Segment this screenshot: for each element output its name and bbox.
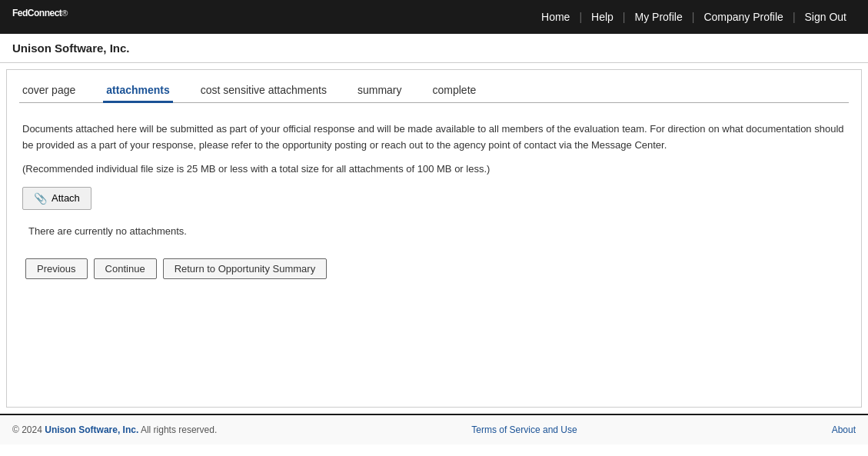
- nav-home[interactable]: Home: [532, 11, 579, 23]
- footer: © 2024 Unison Software, Inc. All rights …: [0, 414, 868, 444]
- tab-summary[interactable]: summary: [354, 79, 405, 103]
- tab-complete[interactable]: complete: [430, 79, 480, 103]
- nav-company-profile[interactable]: Company Profile: [694, 11, 793, 23]
- tab-cost-sensitive-attachments[interactable]: cost sensitive attachments: [198, 79, 330, 103]
- nav-sign-out[interactable]: Sign Out: [796, 11, 856, 23]
- footer-terms: Terms of Service and Use: [471, 424, 577, 435]
- continue-button[interactable]: Continue: [94, 258, 157, 279]
- tab-attachments[interactable]: attachments: [103, 79, 172, 103]
- terms-of-service-link[interactable]: Terms of Service and Use: [471, 424, 577, 435]
- logo-text: FedConnect: [12, 8, 62, 18]
- nav-help[interactable]: Help: [582, 11, 623, 23]
- footer-company-link[interactable]: Unison Software, Inc.: [45, 424, 138, 435]
- attach-button[interactable]: 📎 Attach: [22, 187, 91, 210]
- bottom-nav: Previous Continue Return to Opportunity …: [19, 246, 849, 285]
- header: FedConnect® Home | Help | My Profile | C…: [0, 0, 868, 34]
- paperclip-icon: 📎: [34, 192, 47, 205]
- company-name: Unison Software, Inc.: [12, 42, 130, 55]
- return-to-opportunity-button[interactable]: Return to Opportunity Summary: [163, 258, 328, 279]
- previous-button[interactable]: Previous: [25, 258, 88, 279]
- tabs: cover page attachments cost sensitive at…: [19, 70, 849, 103]
- top-nav: Home | Help | My Profile | Company Profi…: [532, 11, 856, 23]
- main-content: cover page attachments cost sensitive at…: [6, 69, 862, 408]
- recommendation-text: (Recommended individual file size is 25 …: [22, 163, 846, 175]
- logo-symbol: ®: [62, 8, 68, 18]
- nav-my-profile[interactable]: My Profile: [626, 11, 692, 23]
- no-attachments-message: There are currently no attachments.: [22, 222, 846, 240]
- info-paragraph: Documents attached here will be submitte…: [22, 121, 846, 154]
- footer-copyright: © 2024 Unison Software, Inc. All rights …: [12, 424, 217, 435]
- about-link[interactable]: About: [832, 424, 856, 435]
- logo: FedConnect®: [12, 7, 68, 27]
- footer-about: About: [832, 424, 856, 435]
- tab-cover-page[interactable]: cover page: [19, 79, 78, 103]
- content-area: Documents attached here will be submitte…: [19, 115, 849, 246]
- company-bar: Unison Software, Inc.: [0, 34, 868, 63]
- attach-button-label: Attach: [52, 192, 80, 204]
